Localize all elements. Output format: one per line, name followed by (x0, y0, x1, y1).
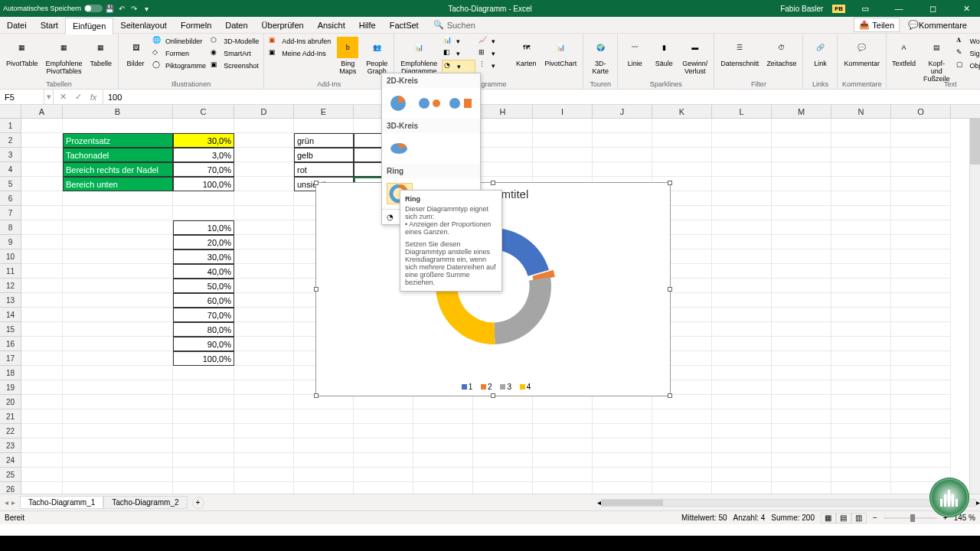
cell[interactable] (354, 409, 413, 424)
cell[interactable] (413, 468, 473, 482)
cell[interactable] (533, 482, 593, 494)
screenshot-button[interactable]: ▣Screenshot (209, 60, 260, 72)
cell[interactable] (593, 395, 652, 409)
statistic-chart-button[interactable]: ⊞▾ (477, 47, 511, 60)
cell[interactable] (533, 409, 593, 424)
user-name[interactable]: Fabio Basler (780, 5, 826, 13)
cell[interactable] (234, 482, 294, 494)
cell[interactable] (712, 380, 772, 395)
cell[interactable] (21, 293, 63, 308)
row-header[interactable]: 3 (0, 148, 21, 162)
col-header[interactable]: N (831, 105, 891, 118)
cell[interactable] (234, 235, 294, 249)
cell[interactable] (21, 119, 63, 133)
cell[interactable] (234, 409, 294, 424)
cell[interactable] (234, 468, 294, 482)
cell[interactable] (473, 453, 533, 468)
cell[interactable]: gelb (294, 148, 354, 162)
add-sheet-button[interactable]: + (192, 497, 204, 509)
cell[interactable] (21, 162, 63, 177)
cell[interactable] (652, 482, 712, 494)
row-header[interactable]: 18 (0, 366, 21, 380)
sparkline-column-button[interactable]: ▮Säule (650, 35, 678, 69)
header-footer-button[interactable]: ▤Kopf- und Fußzeile (920, 35, 954, 84)
tell-me-search[interactable]: 🔍 Suchen (433, 20, 475, 30)
cell[interactable] (831, 264, 891, 279)
textbox-button[interactable]: ATextfeld (890, 35, 918, 69)
cell[interactable] (712, 482, 772, 494)
cell[interactable]: 100,0% (173, 351, 234, 366)
cell[interactable] (21, 133, 63, 148)
cell[interactable] (473, 439, 533, 453)
cell[interactable] (593, 162, 652, 177)
row-header[interactable]: 15 (0, 322, 21, 337)
cell[interactable] (831, 133, 891, 148)
user-avatar[interactable]: FB (832, 5, 845, 13)
col-header[interactable]: D (234, 105, 294, 118)
online-pictures-button[interactable]: 🌐Onlinebilder (151, 35, 207, 47)
row-header[interactable]: 24 (0, 453, 21, 468)
cell[interactable] (891, 206, 951, 220)
slicer-button[interactable]: ☰Datenschnitt (717, 35, 762, 69)
customize-qat-icon[interactable]: ▾ (141, 3, 152, 14)
cell[interactable] (473, 468, 533, 482)
cell[interactable] (831, 119, 891, 133)
cell[interactable] (712, 162, 772, 177)
cell[interactable] (831, 409, 891, 424)
menu-hilfe[interactable]: Hilfe (352, 17, 383, 34)
cell[interactable] (63, 220, 173, 235)
share-button[interactable]: 📤 Teilen (854, 18, 900, 32)
cell[interactable] (831, 322, 891, 337)
cell[interactable] (294, 453, 354, 468)
cell[interactable] (234, 380, 294, 395)
cell[interactable] (712, 264, 772, 279)
cell[interactable] (891, 366, 951, 380)
cell[interactable] (63, 322, 173, 337)
cell[interactable] (593, 468, 652, 482)
row-header[interactable]: 20 (0, 395, 21, 409)
people-graph-button[interactable]: 👥People Graph (363, 35, 390, 77)
cell[interactable] (831, 279, 891, 293)
vertical-scrollbar[interactable] (969, 119, 980, 494)
cell[interactable] (63, 424, 173, 439)
line-chart-button[interactable]: 📈▾ (477, 35, 511, 47)
cell[interactable] (413, 482, 473, 494)
pie-chart-button[interactable]: ◔▾ (442, 60, 475, 73)
cell[interactable] (831, 220, 891, 235)
cell[interactable] (891, 279, 951, 293)
cell[interactable] (21, 279, 63, 293)
cell[interactable] (593, 148, 652, 162)
sparkline-winloss-button[interactable]: ▬Gewinn/ Verlust (679, 35, 710, 77)
cell[interactable] (891, 439, 951, 453)
cell[interactable] (891, 249, 951, 264)
menu-datei[interactable]: Datei (0, 17, 34, 34)
cell[interactable] (63, 409, 173, 424)
cell[interactable] (21, 453, 63, 468)
cell[interactable] (63, 366, 173, 380)
formula-input[interactable]: 100 (103, 93, 980, 102)
cell[interactable] (413, 395, 473, 409)
cell[interactable]: Tachonadel (63, 148, 173, 162)
cell[interactable] (652, 162, 712, 177)
row-header[interactable]: 1 (0, 119, 21, 133)
cell[interactable] (234, 177, 294, 191)
cell[interactable] (413, 439, 473, 453)
cell[interactable] (473, 409, 533, 424)
cell[interactable] (831, 366, 891, 380)
cell[interactable] (173, 206, 234, 220)
close-icon[interactable]: ✕ (952, 0, 980, 17)
maximize-icon[interactable]: ◻ (919, 0, 946, 17)
cell[interactable] (772, 453, 831, 468)
cell[interactable] (831, 395, 891, 409)
cell[interactable] (891, 177, 951, 191)
cell[interactable] (831, 424, 891, 439)
cell[interactable] (772, 119, 831, 133)
cell[interactable] (63, 308, 173, 322)
normal-view-icon[interactable]: ▦ (821, 513, 836, 523)
cell[interactable]: 70,0% (173, 162, 234, 177)
cell[interactable] (772, 322, 831, 337)
cell[interactable]: 70,0% (173, 308, 234, 322)
cell[interactable]: 50,0% (173, 279, 234, 293)
fx-icon[interactable]: fx (87, 93, 100, 102)
cancel-icon[interactable]: ✕ (57, 92, 69, 102)
